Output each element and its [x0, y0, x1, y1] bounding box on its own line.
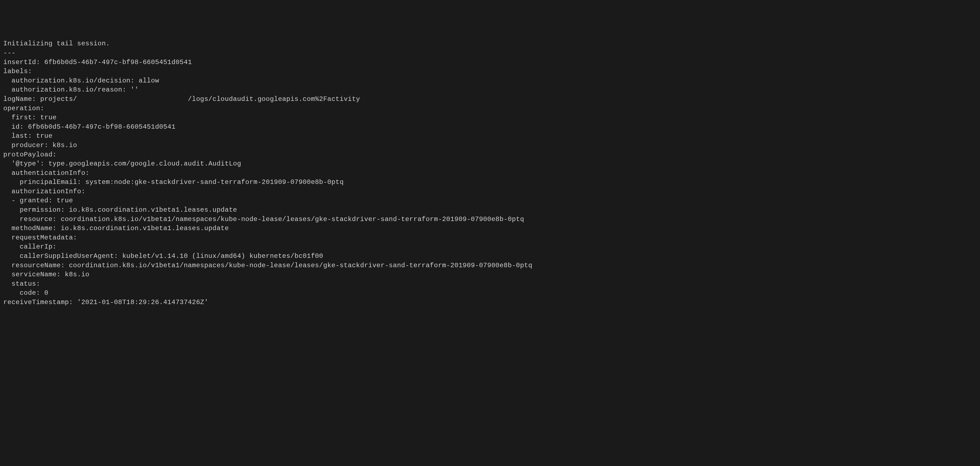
- log-line: resourceName: coordination.k8s.io/v1beta…: [3, 262, 532, 269]
- log-line: permission: io.k8s.coordination.v1beta1.…: [3, 206, 237, 214]
- log-line: callerIp:: [3, 243, 57, 250]
- log-line: id: 6fb6b0d5-46b7-497c-bf98-6605451d0541: [3, 123, 176, 131]
- log-line: authorizationInfo:: [3, 188, 85, 195]
- log-line: '@type': type.googleapis.com/google.clou…: [3, 160, 241, 167]
- log-line: authorization.k8s.io/reason: '': [3, 86, 139, 94]
- log-line: first: true: [3, 114, 57, 121]
- log-line: producer: k8s.io: [3, 142, 77, 149]
- terminal-log-output: Initializing tail session. --- insertId:…: [3, 39, 977, 307]
- log-line: authenticationInfo:: [3, 170, 89, 177]
- log-line: code: 0: [3, 289, 48, 296]
- log-line: - granted: true: [3, 197, 73, 204]
- log-line: authorization.k8s.io/decision: allow: [3, 77, 159, 84]
- log-line: ---: [3, 49, 16, 57]
- log-line: logName: projects/ /logs/cloudaudit.goog…: [3, 95, 360, 103]
- log-line: requestMetadata:: [3, 234, 77, 241]
- log-line: resource: coordination.k8s.io/v1beta1/na…: [3, 216, 524, 223]
- log-line: callerSuppliedUserAgent: kubelet/v1.14.1…: [3, 252, 323, 260]
- log-line: methodName: io.k8s.coordination.v1beta1.…: [3, 225, 229, 232]
- log-line: protoPayload:: [3, 151, 57, 159]
- log-line: status:: [3, 280, 40, 288]
- log-line: labels:: [3, 68, 32, 75]
- log-line: operation:: [3, 105, 44, 112]
- log-line: serviceName: k8s.io: [3, 271, 89, 278]
- log-line: receiveTimestamp: '2021-01-08T18:29:26.4…: [3, 299, 208, 306]
- log-line: Initializing tail session.: [3, 40, 110, 47]
- log-line: last: true: [3, 132, 52, 139]
- log-line: insertId: 6fb6b0d5-46b7-497c-bf98-660545…: [3, 59, 192, 66]
- log-line: principalEmail: system:node:gke-stackdri…: [3, 178, 344, 186]
